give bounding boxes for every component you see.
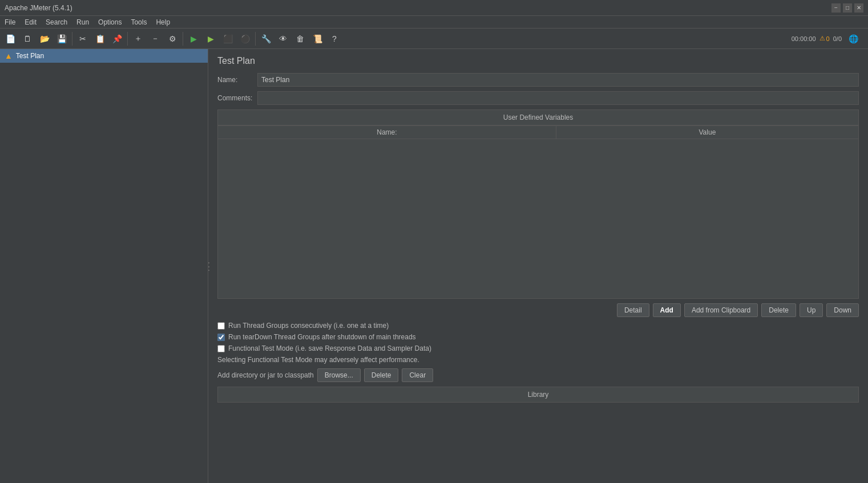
name-row: Name: <box>217 73 859 87</box>
detail-button[interactable]: Detail <box>617 303 649 317</box>
menu-item-run[interactable]: Run <box>72 17 94 27</box>
variables-section-header: User Defined Variables <box>217 109 859 125</box>
comments-input[interactable] <box>257 91 859 105</box>
warning-count: 0 <box>826 35 830 42</box>
app-title: Apache JMeter (5.4.1) <box>5 4 863 12</box>
settings-button[interactable]: ⚙ <box>164 31 180 47</box>
comments-row: Comments: <box>217 91 859 105</box>
run-consecutively-checkbox[interactable] <box>217 322 225 330</box>
toolbar-separator-3 <box>183 32 183 46</box>
sidebar-item-label: Test Plan <box>16 52 44 60</box>
functional-mode-checkbox[interactable] <box>217 345 225 352</box>
test-plan-icon: ▲ <box>5 51 13 60</box>
menu-item-search[interactable]: Search <box>41 17 72 27</box>
classpath-label: Add directory or jar to classpath <box>217 371 314 379</box>
timer-display: 00:00:00 <box>792 35 816 42</box>
variables-table-body <box>217 139 859 299</box>
copy-button[interactable]: 📋 <box>92 31 108 47</box>
toolbar-separator-4 <box>255 32 256 46</box>
menu-item-file[interactable]: File <box>0 17 20 27</box>
col-header-name: Name: <box>218 126 556 139</box>
menu-item-tools[interactable]: Tools <box>126 17 151 27</box>
checkbox-run-teardown: Run tearDown Thread Groups after shutdow… <box>217 333 859 341</box>
remote-button[interactable]: 🌐 <box>845 31 861 47</box>
add-button[interactable]: Add <box>653 303 681 317</box>
help-button[interactable]: ? <box>326 31 342 47</box>
script-button[interactable]: 📜 <box>309 31 325 47</box>
shutdown-button[interactable]: ⚫ <box>237 31 253 47</box>
classpath-delete-button[interactable]: Delete <box>364 368 399 382</box>
template-button[interactable]: 🗒 <box>19 31 35 47</box>
new-button[interactable]: 📄 <box>2 31 18 47</box>
checkbox-functional-mode: Functional Test Mode (i.e. save Response… <box>217 344 859 352</box>
clear-button[interactable]: 🗑 <box>292 31 308 47</box>
menu-item-options[interactable]: Options <box>94 17 126 27</box>
add-from-clipboard-button[interactable]: Add from Clipboard <box>684 303 758 317</box>
toolbar-separator-2 <box>127 32 128 46</box>
functional-warning: Selecting Functional Test Mode may adver… <box>217 356 859 364</box>
down-button[interactable]: Down <box>826 303 859 317</box>
run-teardown-label: Run tearDown Thread Groups after shutdow… <box>228 333 416 341</box>
warning-icon: ⚠ <box>819 35 825 42</box>
delete-button[interactable]: Delete <box>761 303 796 317</box>
action-buttons-row: Detail Add Add from Clipboard Delete Up … <box>217 303 859 317</box>
sidebar-resizer[interactable]: ⋮ <box>207 49 211 483</box>
name-input[interactable] <box>257 73 859 87</box>
run-teardown-checkbox[interactable] <box>217 334 225 341</box>
page-title: Test Plan <box>217 56 859 66</box>
error-count: 0/0 <box>833 35 842 42</box>
toolbar-separator-1 <box>72 32 72 46</box>
resizer-icon: ⋮ <box>204 261 214 271</box>
open-button[interactable]: 📂 <box>37 31 53 47</box>
maximize-button[interactable]: □ <box>843 3 852 13</box>
content-area: Test Plan Name: Comments: User Defined V… <box>208 49 868 483</box>
titlebar: Apache JMeter (5.4.1) − □ ✕ <box>0 0 868 16</box>
sidebar-item-test-plan[interactable]: ▲ Test Plan <box>0 49 208 63</box>
browse-button[interactable]: Browse... <box>317 368 361 382</box>
name-label: Name: <box>217 76 257 84</box>
col-header-value: Value <box>556 126 858 139</box>
classpath-row: Add directory or jar to classpath Browse… <box>217 368 859 382</box>
menubar: FileEditSearchRunOptionsToolsHelp <box>0 16 868 29</box>
functional-mode-label: Functional Test Mode (i.e. save Response… <box>228 344 431 352</box>
menu-item-edit[interactable]: Edit <box>20 17 41 27</box>
save-button[interactable]: 💾 <box>54 31 70 47</box>
minimize-button[interactable]: − <box>831 3 841 13</box>
window-controls: − □ ✕ <box>831 3 863 13</box>
run-consecutively-label: Run Thread Groups consecutively (i.e. on… <box>228 322 389 330</box>
expand-button[interactable]: ＋ <box>130 31 146 47</box>
main-layout: ▲ Test Plan ⋮ Test Plan Name: Comments: … <box>0 49 868 483</box>
comments-label: Comments: <box>217 94 257 102</box>
up-button[interactable]: Up <box>800 303 823 317</box>
collapse-button[interactable]: － <box>147 31 163 47</box>
menu-item-help[interactable]: Help <box>151 17 175 27</box>
close-button[interactable]: ✕ <box>854 3 863 13</box>
toolbar-right: 00:00:00 ⚠ 0 0/0 🌐 <box>792 31 866 47</box>
tools2-button[interactable]: 🔧 <box>258 31 274 47</box>
toolbar: 📄 🗒 📂 💾 ✂ 📋 📌 ＋ － ⚙ ▶ ▶ ⬛ ⚫ 🔧 👁 🗑 📜 ? 00… <box>0 29 868 49</box>
paste-button[interactable]: 📌 <box>109 31 125 47</box>
run-no-pause-button[interactable]: ▶ <box>203 31 219 47</box>
sidebar: ▲ Test Plan <box>0 49 208 483</box>
monitor-button[interactable]: 👁 <box>275 31 291 47</box>
clear-button[interactable]: Clear <box>402 368 433 382</box>
library-header: Library <box>217 387 859 403</box>
stop-button[interactable]: ⬛ <box>220 31 236 47</box>
variables-table: Name: Value <box>217 125 859 139</box>
checkbox-run-consecutively: Run Thread Groups consecutively (i.e. on… <box>217 322 859 330</box>
warning-badge: ⚠ 0 <box>819 35 830 42</box>
run-button[interactable]: ▶ <box>185 31 201 47</box>
cut-button[interactable]: ✂ <box>75 31 91 47</box>
